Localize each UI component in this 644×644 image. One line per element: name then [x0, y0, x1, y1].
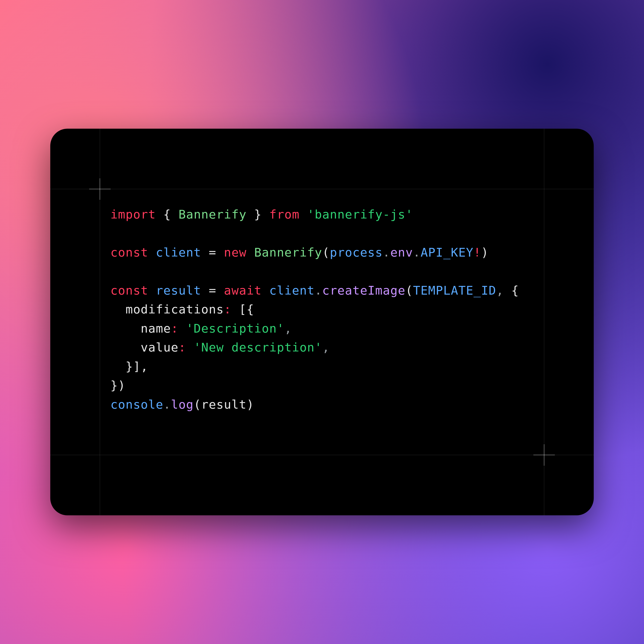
comma: , [496, 283, 504, 297]
keyword: import [110, 207, 156, 221]
identifier: TEMPLATE_ID [413, 283, 496, 297]
bracket: }], [125, 359, 148, 373]
paren: ) [247, 397, 254, 411]
property: env [390, 245, 413, 259]
operator: ! [473, 245, 481, 259]
method: createImage [322, 283, 405, 297]
string: 'New description' [194, 340, 322, 354]
crosshair-icon [89, 178, 111, 200]
code-panel: import { Bannerify } from 'bannerify-js'… [50, 129, 594, 515]
dot: . [315, 283, 322, 297]
brace: { [163, 207, 179, 221]
dot: . [163, 397, 171, 411]
comma: , [284, 321, 292, 335]
identifier: console [110, 397, 163, 411]
indent [110, 321, 141, 335]
colon: : [224, 302, 231, 316]
guide-line [50, 455, 594, 455]
brace: }) [110, 378, 125, 392]
class-name: Bannerify [254, 245, 322, 259]
identifier: result [201, 397, 247, 411]
paren: ) [481, 245, 489, 259]
identifier: API_KEY [421, 245, 474, 259]
dot: . [413, 245, 421, 259]
identifier: client [269, 283, 315, 297]
indent [110, 340, 141, 354]
brace: } [247, 207, 262, 221]
crosshair-icon [533, 444, 555, 466]
paren: ( [322, 245, 330, 259]
dot: . [383, 245, 390, 259]
keyword: from [269, 207, 300, 221]
class-name: Bannerify [179, 207, 247, 221]
paren: ( [405, 283, 413, 297]
colon: : [179, 340, 186, 354]
property-key: modifications [125, 302, 224, 316]
operator: = [209, 283, 216, 297]
identifier: client [156, 245, 201, 259]
string: 'Description' [186, 321, 284, 335]
code-block: import { Bannerify } from 'bannerify-js'… [110, 205, 544, 414]
operator: = [209, 245, 216, 259]
identifier: process [330, 245, 383, 259]
bracket: [{ [239, 302, 254, 316]
indent [110, 302, 125, 316]
keyword: new [224, 245, 247, 259]
keyword: const [110, 283, 148, 297]
guide-line [50, 189, 594, 189]
identifier: result [156, 283, 201, 297]
string: 'bannerify-js' [307, 207, 413, 221]
keyword: await [224, 283, 262, 297]
property-key: value [141, 340, 179, 354]
colon: : [171, 321, 179, 335]
indent [110, 359, 125, 373]
brace: { [511, 283, 519, 297]
keyword: const [110, 245, 148, 259]
comma: , [322, 340, 330, 354]
paren: ( [194, 397, 201, 411]
method: log [171, 397, 194, 411]
property-key: name [141, 321, 171, 335]
